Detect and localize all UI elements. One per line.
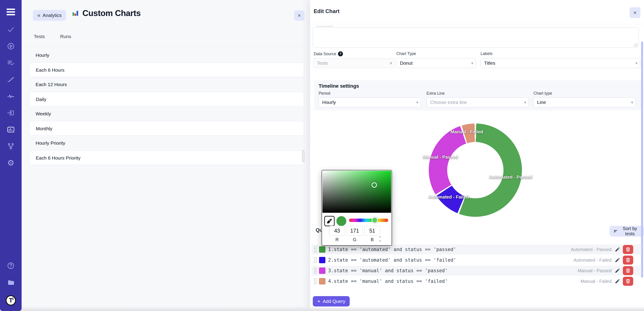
list-item-each-6-hours[interactable]: Each 6 Hours bbox=[29, 63, 304, 77]
list-item-daily[interactable]: Daily bbox=[29, 92, 304, 106]
gear-icon[interactable]: ⚙ bbox=[7, 159, 15, 167]
chevron-down-icon: ▾ bbox=[631, 100, 633, 105]
query-row[interactable]: 1.state == 'automated' and status == 'pa… bbox=[312, 244, 641, 254]
activity-icon[interactable] bbox=[7, 92, 15, 100]
edit-pencil-icon[interactable] bbox=[615, 278, 620, 284]
list-item-each-12-hours[interactable]: Each 12 Hours bbox=[29, 77, 304, 92]
green-input[interactable] bbox=[347, 226, 362, 236]
sidebar: ⚙ T bbox=[0, 0, 22, 311]
timeline-settings-heading: Timeline settings bbox=[318, 83, 359, 89]
delete-query-button[interactable] bbox=[623, 255, 633, 264]
help-circle-icon[interactable] bbox=[7, 262, 15, 269]
edit-pencil-icon[interactable] bbox=[615, 268, 620, 273]
sign-in-icon[interactable] bbox=[7, 109, 15, 117]
labels-select[interactable]: Titles▾ bbox=[480, 58, 640, 68]
edit-pencil-icon[interactable] bbox=[615, 257, 620, 263]
bar-chart-icon[interactable] bbox=[7, 126, 15, 133]
trash-icon bbox=[626, 247, 630, 252]
extra-line-select[interactable]: Choose extra line▾ bbox=[426, 97, 529, 107]
left-list-scrollbar[interactable] bbox=[302, 151, 304, 162]
tab-tests[interactable]: Tests bbox=[34, 34, 45, 39]
chart-type-label: Chart Type bbox=[396, 51, 416, 56]
labels-label: Labels bbox=[480, 51, 492, 56]
list-check-icon[interactable] bbox=[7, 59, 15, 67]
period-select[interactable]: Hourly▾ bbox=[318, 97, 421, 107]
query-label: Manual - Failed bbox=[580, 279, 612, 284]
menu-icon[interactable] bbox=[6, 7, 15, 17]
query-color-swatch[interactable] bbox=[319, 257, 326, 263]
drawer-scrollbar[interactable] bbox=[641, 42, 643, 278]
list-item-weekly[interactable]: Weekly bbox=[29, 106, 304, 121]
query-row[interactable]: 2.state == 'automated' and status == 'fa… bbox=[312, 255, 641, 265]
add-query-button[interactable]: + Add Query bbox=[313, 296, 350, 306]
red-input[interactable] bbox=[329, 226, 345, 236]
query-color-swatch[interactable] bbox=[319, 278, 326, 284]
left-panel-close-button[interactable]: × bbox=[294, 10, 304, 21]
donut-chart[interactable]: Manual - Failed Manual - Passed Automate… bbox=[429, 124, 522, 217]
tabs: Tests Runs bbox=[34, 34, 71, 39]
query-code: 4.state == 'manual' and status == 'faile… bbox=[328, 278, 580, 284]
trash-icon bbox=[626, 268, 630, 273]
eyedropper-icon bbox=[326, 218, 332, 224]
query-label: Automated - Passed bbox=[571, 247, 612, 252]
color-picker-popup: R G B ⌃⌄ bbox=[322, 170, 392, 246]
edit-pencil-icon[interactable] bbox=[615, 247, 620, 252]
delete-query-button[interactable] bbox=[623, 277, 633, 286]
chevrons-left-icon: « bbox=[38, 12, 40, 19]
hue-slider-thumb[interactable] bbox=[372, 217, 378, 223]
sort-by-tests-button[interactable]: Sort by tests bbox=[610, 226, 644, 237]
drag-handle-icon[interactable] bbox=[314, 246, 317, 252]
drawer-close-button[interactable]: × bbox=[630, 7, 640, 18]
eyedropper-button[interactable] bbox=[324, 216, 334, 226]
drag-handle-icon[interactable] bbox=[314, 268, 317, 273]
timeline-settings-card: Timeline settings Period Extra Line Char… bbox=[314, 80, 641, 110]
chevron-down-icon: ▾ bbox=[416, 100, 418, 105]
query-label: Manual - Passed bbox=[578, 268, 612, 273]
timeline-chart-type-select[interactable]: Line▾ bbox=[534, 97, 636, 107]
help-icon[interactable]: ? bbox=[338, 51, 343, 56]
current-color-swatch bbox=[336, 216, 346, 226]
query-row[interactable]: 3.state == 'manual' and status == 'passe… bbox=[312, 266, 641, 276]
drawer-header-divider bbox=[310, 24, 644, 24]
page-title: Custom Charts bbox=[82, 9, 141, 18]
donut-label-manual-failed: Manual - Failed bbox=[450, 129, 483, 135]
delete-query-button[interactable] bbox=[623, 266, 633, 275]
chevron-down-icon: ▾ bbox=[635, 61, 638, 66]
app-logo[interactable]: T bbox=[6, 295, 16, 305]
close-icon: × bbox=[298, 13, 301, 19]
query-color-swatch[interactable] bbox=[319, 246, 326, 253]
drag-handle-icon[interactable] bbox=[314, 257, 317, 263]
donut-hole bbox=[447, 142, 504, 198]
chart-list: Hourly Each 6 Hours Each 12 Hours Daily … bbox=[29, 48, 304, 165]
folder-icon[interactable] bbox=[7, 278, 15, 286]
analytics-back-button[interactable]: « Analytics bbox=[33, 10, 66, 21]
query-color-swatch[interactable] bbox=[319, 267, 326, 274]
clipped-label-fragment bbox=[317, 25, 332, 27]
tab-runs[interactable]: Runs bbox=[60, 34, 71, 39]
hue-slider[interactable] bbox=[349, 219, 388, 222]
list-item-hourly-priority[interactable]: Hourly Priority bbox=[29, 136, 304, 150]
steps-icon[interactable] bbox=[7, 76, 15, 83]
list-item-each-6-hours-priority[interactable]: Each 6 Hours Priority bbox=[29, 150, 304, 165]
saturation-value-area[interactable] bbox=[322, 171, 391, 213]
red-label: R bbox=[329, 237, 345, 242]
chevron-down-icon: ▾ bbox=[390, 61, 392, 66]
git-branch-icon[interactable] bbox=[7, 142, 15, 150]
chart-type-select[interactable]: Donut▾ bbox=[396, 58, 476, 68]
data-source-select[interactable]: Tests▾ bbox=[313, 58, 395, 68]
trash-icon bbox=[626, 279, 630, 284]
color-mode-toggle-icon[interactable]: ⌃⌄ bbox=[379, 237, 382, 242]
query-row[interactable]: 4.state == 'manual' and status == 'faile… bbox=[312, 276, 641, 286]
data-source-label: Data Source ? bbox=[314, 51, 343, 56]
play-circle-icon[interactable] bbox=[7, 42, 15, 50]
list-item-hourly[interactable]: Hourly bbox=[29, 48, 304, 63]
check-icon[interactable] bbox=[7, 26, 15, 33]
trash-icon bbox=[626, 258, 630, 262]
blue-input[interactable] bbox=[364, 226, 380, 236]
list-item-monthly[interactable]: Monthly bbox=[29, 121, 304, 136]
extra-line-label: Extra Line bbox=[426, 91, 445, 96]
sv-cursor[interactable] bbox=[372, 182, 377, 188]
drag-handle-icon[interactable] bbox=[314, 278, 317, 284]
chart-title-textarea[interactable] bbox=[313, 28, 639, 48]
delete-query-button[interactable] bbox=[623, 245, 633, 254]
